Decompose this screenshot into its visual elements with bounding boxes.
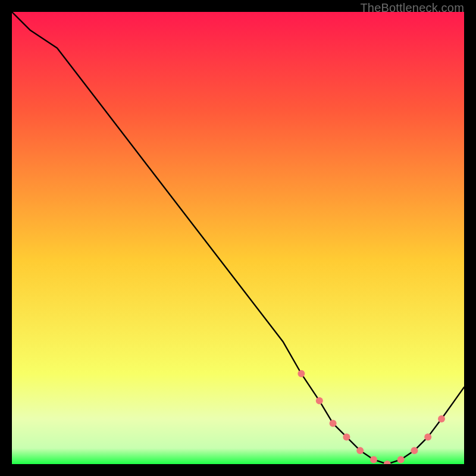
marker-dot bbox=[356, 447, 364, 454]
marker-dot bbox=[370, 456, 377, 463]
chart-frame: TheBottleneck.com bbox=[0, 0, 476, 476]
marker-dot bbox=[397, 456, 405, 463]
marker-dot bbox=[316, 397, 323, 405]
marker-dot bbox=[411, 447, 418, 454]
marker-dot bbox=[298, 370, 305, 377]
marker-dot bbox=[424, 433, 431, 440]
marker-dot bbox=[343, 433, 350, 440]
gradient-background bbox=[12, 12, 464, 464]
marker-dot bbox=[330, 420, 337, 427]
bottleneck-chart bbox=[12, 12, 464, 464]
marker-dot bbox=[438, 415, 445, 422]
